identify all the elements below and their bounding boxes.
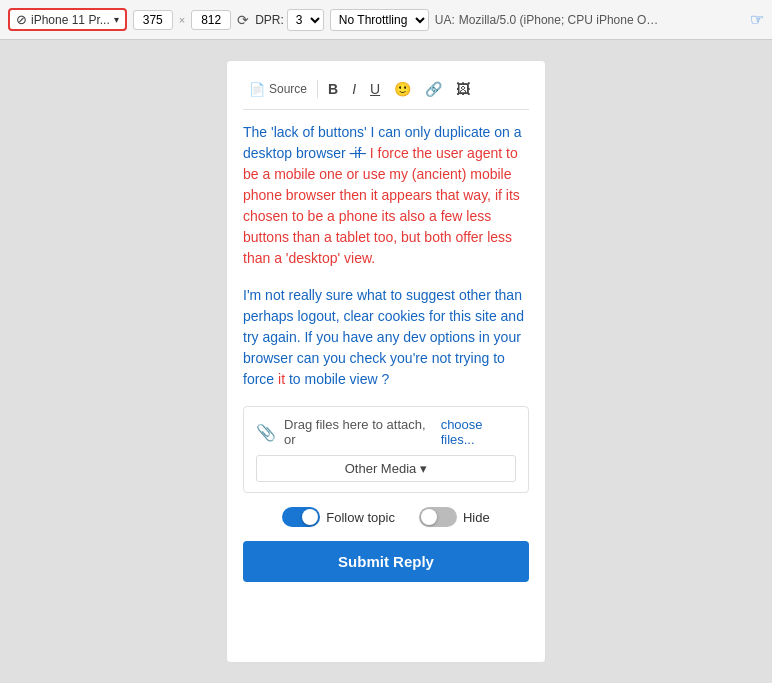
width-field (133, 10, 173, 30)
underline-label: U (370, 81, 380, 97)
other-media-button[interactable]: Other Media ▾ (256, 455, 516, 482)
device-label: iPhone 11 Pr... (31, 13, 110, 27)
ua-label: UA: (435, 13, 455, 27)
link-icon: 🔗 (425, 81, 442, 97)
follow-topic-label: Follow topic (326, 510, 395, 525)
dpr-field: DPR: 312 (255, 9, 324, 31)
editor-content[interactable]: The 'lack of buttons' I can only duplica… (243, 122, 529, 390)
other-media-chevron: ▾ (420, 461, 427, 476)
source-button[interactable]: 📄 Source (243, 78, 313, 101)
width-input[interactable] (133, 10, 173, 30)
dimension-separator: × (179, 14, 185, 26)
toggles-row: Follow topic Hide (243, 507, 529, 527)
emoji-icon: 🙂 (394, 81, 411, 97)
image-button[interactable]: 🖼 (450, 77, 476, 101)
hide-label: Hide (463, 510, 490, 525)
editor-paragraph-2: I'm not really sure what to suggest othe… (243, 285, 529, 390)
device-selector[interactable]: ⊘ iPhone 11 Pr... ▾ (8, 8, 127, 31)
toggle-knob-hide (421, 509, 437, 525)
toolbar-divider (317, 80, 318, 98)
editor-paragraph-1: The 'lack of buttons' I can only duplica… (243, 122, 529, 269)
link-button[interactable]: 🔗 (419, 77, 448, 101)
editor-card: 📄 Source B I U 🙂 🔗 🖼 (226, 60, 546, 663)
ua-value: Mozilla/5.0 (iPhone; CPU iPhone OS 14_6 … (459, 13, 659, 27)
submit-reply-button[interactable]: Submit Reply (243, 541, 529, 582)
touch-icon[interactable]: ☞ (750, 10, 764, 29)
paperclip-icon: 📎 (256, 423, 276, 442)
italic-button[interactable]: I (346, 77, 362, 101)
attach-row: 📎 Drag files here to attach, or choose f… (256, 417, 516, 447)
toggle-knob-follow (302, 509, 318, 525)
ua-field: UA: Mozilla/5.0 (iPhone; CPU iPhone OS 1… (435, 13, 744, 27)
highlight-it: it (278, 371, 285, 387)
rotate-icon[interactable]: ⟳ (237, 12, 249, 28)
height-input[interactable] (191, 10, 231, 30)
chevron-down-icon: ▾ (114, 14, 119, 25)
hide-group: Hide (419, 507, 490, 527)
throttle-select[interactable]: No Throttling (330, 9, 429, 31)
dpr-select[interactable]: 312 (287, 9, 324, 31)
follow-topic-toggle[interactable] (282, 507, 320, 527)
attach-area: 📎 Drag files here to attach, or choose f… (243, 406, 529, 493)
dpr-label: DPR: (255, 13, 284, 27)
hide-toggle[interactable] (419, 507, 457, 527)
image-icon: 🖼 (456, 81, 470, 97)
page-background: 📄 Source B I U 🙂 🔗 🖼 (0, 40, 772, 683)
source-label: Source (269, 82, 307, 96)
italic-label: I (352, 81, 356, 97)
document-icon: 📄 (249, 82, 265, 97)
follow-topic-group: Follow topic (282, 507, 395, 527)
other-media-label: Other Media (345, 461, 417, 476)
bold-label: B (328, 81, 338, 97)
underline-button[interactable]: U (364, 77, 386, 101)
height-field (191, 10, 231, 30)
bold-button[interactable]: B (322, 77, 344, 101)
emoji-button[interactable]: 🙂 (388, 77, 417, 101)
editor-toolbar: 📄 Source B I U 🙂 🔗 🖼 (243, 77, 529, 110)
device-icon: ⊘ (16, 12, 27, 27)
submit-reply-label: Submit Reply (338, 553, 434, 570)
highlight-text: I force the user agent to be a mobile on… (243, 145, 518, 203)
drag-text: Drag files here to attach, or (284, 417, 433, 447)
browser-topbar: ⊘ iPhone 11 Pr... ▾ × ⟳ DPR: 312 No Thro… (0, 0, 772, 40)
choose-files-link[interactable]: choose files... (441, 417, 516, 447)
strikethrough-text: -if- (350, 145, 366, 161)
